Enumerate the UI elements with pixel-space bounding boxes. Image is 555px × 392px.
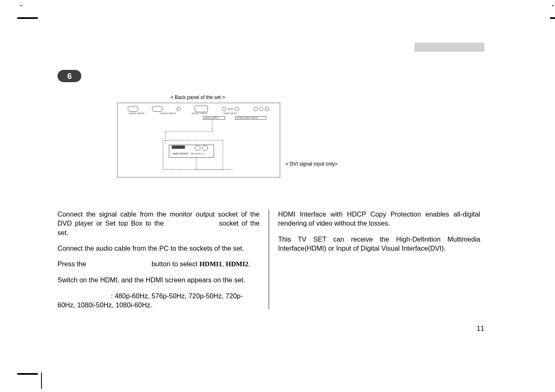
right-p2: This TV SET can receive the High-Definit… <box>278 235 480 253</box>
component-input-box-label: COMPONENT INPUT <box>235 116 266 120</box>
left-p3: Press the button to select HDMI1, HDMI2. <box>58 259 260 269</box>
dashed-line <box>165 131 213 132</box>
step-badge: 6 <box>58 70 81 82</box>
component-cluster <box>253 107 269 111</box>
audio-lr-cluster: AUDIO <box>221 107 240 111</box>
page-content: 6 < Back panel of the set > AUDIO HDMI1 … <box>58 25 485 367</box>
dashed-line <box>196 157 197 169</box>
left-p4: Switch on the HDMI, and the HDMI screen … <box>58 275 260 284</box>
hdmi1-port-icon <box>128 106 138 112</box>
audio-rl-label: (R) AUDIO (L) <box>191 152 205 155</box>
hdmi2-label: HDMI2 INPUT <box>160 112 176 115</box>
audio-r-jack-icon <box>195 145 200 151</box>
crop-dot-tl <box>21 5 22 6</box>
hdmi-output-module: HDMI OUTPUT (R) AUDIO (L) <box>169 145 214 158</box>
hdmi2-port-icon <box>152 106 163 112</box>
back-panel-diagram: AUDIO HDMI1 INPUT HDMI2 INPUT AUDIO INPU… <box>117 103 280 178</box>
crop-mark-tr <box>550 17 555 19</box>
hdmi-output-label: HDMI OUTPUT <box>173 152 188 155</box>
left-column: Connect the signal cable from the monito… <box>58 210 269 309</box>
right-column: HDMI Interface with HDCP Copy Protection… <box>269 210 480 309</box>
left-p5: : 480p-60Hz, 576p-50Hz, 720p-50Hz, 720p-… <box>58 291 260 310</box>
rgb-label: RGB INPUT <box>223 112 237 115</box>
audio-l-jack-icon <box>202 145 208 151</box>
crop-mark-bl <box>17 373 38 375</box>
left-p2: Connect the audio cable from the PC to t… <box>58 244 260 253</box>
rgb-port-icon <box>195 106 208 112</box>
dvi-module-box: HDMI OUTPUT (R) AUDIO (L) <box>163 140 223 170</box>
crop-mark-bottom <box>41 372 42 389</box>
two-column-body: Connect the signal cable from the monito… <box>58 210 485 309</box>
left-p1: Connect the signal cable from the monito… <box>58 210 260 237</box>
page-number: 11 <box>477 325 484 333</box>
hdmi1-label: HDMI1 INPUT <box>129 112 144 115</box>
back-panel-caption: < Back panel of the set > <box>170 95 225 100</box>
audio-input-box-label: AUDIO INPUT <box>203 116 225 120</box>
audio-label: AUDIO INPUT <box>192 112 208 115</box>
dashed-line <box>212 120 213 131</box>
audio-jack-icon <box>177 107 181 111</box>
dvi-signal-note: < DVI signal input only> <box>286 161 338 167</box>
crop-dot-tr <box>552 5 553 6</box>
right-p1: HDMI Interface with HDCP Copy Protection… <box>278 210 480 228</box>
dashed-line <box>196 169 232 170</box>
crop-mark-tl <box>17 17 38 19</box>
hdmi-slot-icon <box>172 145 185 149</box>
